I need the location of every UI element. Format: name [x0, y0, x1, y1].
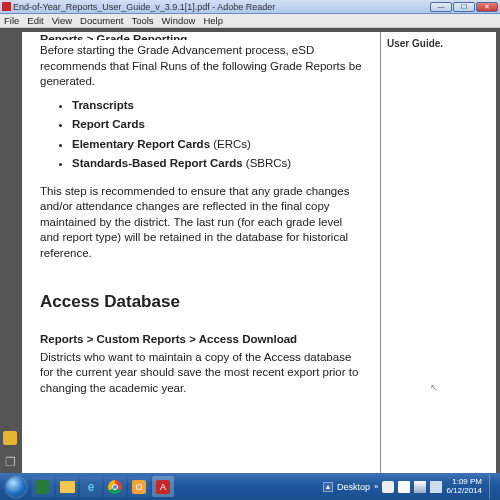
- close-button[interactable]: ✕: [476, 2, 498, 12]
- menu-view[interactable]: View: [52, 15, 72, 26]
- side-panel-text: User Guide.: [387, 38, 490, 49]
- menu-file[interactable]: File: [4, 15, 19, 26]
- maximize-button[interactable]: ☐: [453, 2, 475, 12]
- recommendation-paragraph: This step is recommended to ensure that …: [40, 184, 362, 262]
- signature-panel-icon[interactable]: [3, 431, 17, 445]
- show-desktop-button[interactable]: [489, 474, 497, 499]
- bullet-elementary-report-cards: Elementary Report Cards (ERCs): [72, 137, 362, 153]
- menu-window[interactable]: Window: [162, 15, 196, 26]
- attachments-icon[interactable]: ❐: [3, 455, 17, 469]
- menu-tools[interactable]: Tools: [131, 15, 153, 26]
- breadcrumb-grade-reporting: Reports > Grade Reporting: [40, 32, 362, 40]
- content-area: ❐ Reports > Grade Reporting Before start…: [0, 32, 500, 477]
- menu-help[interactable]: Help: [203, 15, 223, 26]
- tray-network-icon[interactable]: [414, 481, 426, 493]
- folder-icon: [60, 481, 75, 493]
- taskbar-app-adobe-reader[interactable]: A: [152, 476, 174, 497]
- bullet-standards-based-report-cards: Standards-Based Report Cards (SBRCs): [72, 156, 362, 172]
- window-title-text: End-of-Year_Reports_User_Guide_v_3.9.1[1…: [13, 2, 275, 12]
- side-panel[interactable]: User Guide.: [380, 32, 496, 477]
- taskbar-app-explorer[interactable]: [56, 476, 78, 497]
- desktop-toolbar-label[interactable]: Desktop: [337, 482, 370, 492]
- taskbar-app-chrome[interactable]: [104, 476, 126, 497]
- menu-bar: File Edit View Document Tools Window Hel…: [0, 14, 500, 28]
- desktop-toolbar-chevron-icon[interactable]: »: [374, 482, 378, 491]
- tray-action-center-icon[interactable]: [398, 481, 410, 493]
- intro-paragraph: Before starting the Grade Advancement pr…: [40, 43, 362, 90]
- clock-date: 6/12/2014: [446, 487, 482, 496]
- system-tray: ▲ Desktop » 1:09 PM 6/12/2014: [323, 474, 497, 499]
- taskbar-app-camtasia[interactable]: [32, 476, 54, 497]
- left-nav-gutter: ❐: [0, 32, 22, 477]
- bullet-transcripts: Transcripts: [72, 98, 362, 114]
- document-page[interactable]: Reports > Grade Reporting Before startin…: [22, 32, 380, 477]
- right-border: [496, 32, 500, 477]
- start-button[interactable]: [0, 473, 31, 500]
- taskbar-left: e O A: [0, 473, 175, 500]
- window-titlebar: End-of-Year_Reports_User_Guide_v_3.9.1[1…: [0, 0, 500, 14]
- menu-document[interactable]: Document: [80, 15, 123, 26]
- mouse-cursor-icon: ↖: [430, 382, 438, 393]
- taskbar-app-ie[interactable]: e: [80, 476, 102, 497]
- tray-volume-icon[interactable]: [430, 481, 442, 493]
- window-buttons: — ☐ ✕: [430, 2, 498, 12]
- bullet-report-cards: Report Cards: [72, 117, 362, 133]
- access-db-paragraph: Districts who want to maintain a copy of…: [40, 350, 362, 397]
- windows-orb-icon: [6, 477, 26, 497]
- taskbar-app-outlook[interactable]: O: [128, 476, 150, 497]
- menu-edit[interactable]: Edit: [27, 15, 43, 26]
- window-title-group: End-of-Year_Reports_User_Guide_v_3.9.1[1…: [2, 2, 275, 12]
- reports-bullet-list: Transcripts Report Cards Elementary Repo…: [72, 98, 362, 172]
- minimize-button[interactable]: —: [430, 2, 452, 12]
- breadcrumb-access-download: Reports > Custom Reports > Access Downlo…: [40, 332, 362, 348]
- windows-taskbar: e O A ▲ Desktop » 1:09 PM 6/12/2014: [0, 473, 500, 500]
- tray-icon-1[interactable]: [382, 481, 394, 493]
- pdf-file-icon: [2, 2, 11, 11]
- taskbar-clock[interactable]: 1:09 PM 6/12/2014: [446, 478, 482, 496]
- tray-show-hidden-icons[interactable]: ▲: [323, 482, 333, 492]
- heading-access-database: Access Database: [40, 291, 362, 314]
